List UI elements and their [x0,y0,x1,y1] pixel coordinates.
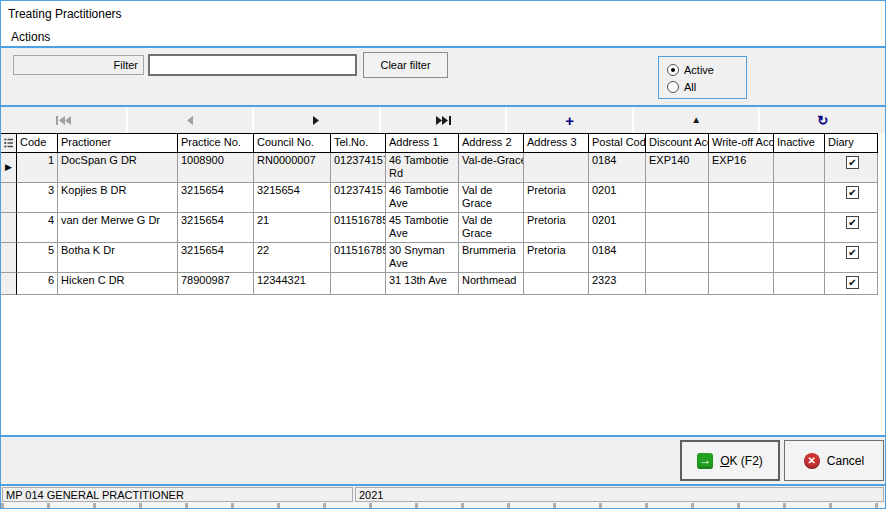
refresh-icon: ↻ [817,114,828,127]
table-cell [646,273,709,295]
column-header: Inactive [774,133,825,153]
table-cell: 0123741575 [331,183,386,213]
table-cell: 0201 [589,213,646,243]
table-cell [646,243,709,273]
table-cell: ✔ [825,243,878,273]
table-cell: 3 [17,183,58,213]
background-window-sliver [1,503,885,508]
row-indicator [1,213,17,243]
diary-checkbox[interactable]: ✔ [846,246,859,259]
table-cell: Brummeria [459,243,524,273]
column-header: Address 1 [386,133,459,153]
clear-filter-button[interactable]: Clear filter [363,52,448,78]
radio-all[interactable]: All [667,78,746,95]
table-cell: 1008900 [178,153,254,183]
table-cell: van der Merwe G Dr [58,213,178,243]
row-indicator [1,273,17,295]
table-cell: 3215654 [178,243,254,273]
table-cell: ✔ [825,153,878,183]
radio-button-icon[interactable] [667,64,679,76]
table-cell [774,183,825,213]
table-row[interactable]: 5Botha K Dr321565422011516785430 Snyman … [1,243,885,273]
radio-active[interactable]: Active [667,61,746,78]
first-record-button[interactable] [1,107,126,133]
table-cell [774,273,825,295]
table-cell [709,243,774,273]
cancel-button-label: Cancel [827,454,864,468]
table-cell: 0115167854 [331,243,386,273]
table-cell: Northmead [459,273,524,295]
status-year: 2021 [355,487,884,502]
table-cell: 3215654 [254,183,331,213]
diary-checkbox[interactable]: ✔ [846,216,859,229]
ok-button[interactable]: → OK (F2) [680,440,780,481]
table-cell: 4 [17,213,58,243]
table-cell: Hicken C DR [58,273,178,295]
diary-checkbox[interactable]: ✔ [846,186,859,199]
edit-record-button[interactable]: ▲ [634,107,759,133]
footer-panel: → OK (F2) ✕ Cancel [1,437,885,484]
column-header: Code [17,133,58,153]
table-cell: Kopjies B DR [58,183,178,213]
prior-record-icon [187,116,193,125]
last-record-button[interactable] [381,107,506,133]
table-cell [709,183,774,213]
db-navigator: +▲↻ [1,107,885,133]
window-title: Treating Practitioners [8,7,122,21]
table-row[interactable]: 4van der Merwe G Dr321565421011516785645… [1,213,885,243]
status-practitioner-type: MP 014 GENERAL PRACTITIONER [2,487,353,502]
table-cell: 3215654 [178,213,254,243]
menu-actions[interactable]: Actions [11,30,50,44]
table-cell: Botha K Dr [58,243,178,273]
first-record-icon [56,116,71,125]
table-cell: 2323 [589,273,646,295]
table-cell: Val-de-Grace [459,153,524,183]
filter-panel: Filter Clear filter ActiveAll [1,48,885,105]
ok-arrow-icon: → [697,453,713,469]
next-record-icon [313,116,319,125]
table-cell [709,213,774,243]
cancel-x-icon: ✕ [804,453,820,469]
prior-record-button[interactable] [128,107,253,133]
table-cell: 0201 [589,183,646,213]
treating-practitioners-window: Treating Practitioners Actions Filter Cl… [0,0,886,509]
table-row[interactable]: 3Kopjies B DR32156543215654012374157546 … [1,183,885,213]
table-cell: DocSpan G DR [58,153,178,183]
table-cell: Val de Grace [459,213,524,243]
table-cell: 31 13th Ave [386,273,459,295]
table-cell: 30 Snyman Ave [386,243,459,273]
insert-record-button[interactable]: + [507,107,632,133]
row-indicator [1,243,17,273]
table-cell: Pretoria [524,213,589,243]
diary-checkbox[interactable]: ✔ [846,276,859,289]
current-row-indicator: ▶ [1,153,17,183]
cancel-button[interactable]: ✕ Cancel [784,440,884,481]
grid-corner-icon [1,133,17,153]
radio-button-icon[interactable] [667,81,679,93]
diary-checkbox[interactable]: ✔ [846,156,859,169]
table-cell [646,213,709,243]
refresh-button[interactable]: ↻ [760,107,885,133]
current-row-arrow-icon: ▶ [5,163,12,172]
table-cell: Val de Grace [459,183,524,213]
table-cell: 78900987 [178,273,254,295]
table-cell [774,213,825,243]
table-cell: 6 [17,273,58,295]
table-cell: 1 [17,153,58,183]
column-header: Address 2 [459,133,524,153]
radio-label: Active [684,64,714,76]
table-cell: 22 [254,243,331,273]
table-cell: RN0000007 [254,153,331,183]
table-cell: 0115167856 [331,213,386,243]
row-indicator [1,183,17,213]
filter-input[interactable] [148,54,357,76]
table-cell: ✔ [825,273,878,295]
table-row[interactable]: 6Hicken C DR789009871234432131 13th AveN… [1,273,885,295]
next-record-button[interactable] [254,107,379,133]
table-row[interactable]: ▶1DocSpan G DR1008900RN00000070123741575… [1,153,885,183]
insert-record-icon: + [565,113,574,128]
table-cell: Pretoria [524,243,589,273]
column-header: Address 3 [524,133,589,153]
table-cell: 3215654 [178,183,254,213]
column-header: Practice No. [178,133,254,153]
